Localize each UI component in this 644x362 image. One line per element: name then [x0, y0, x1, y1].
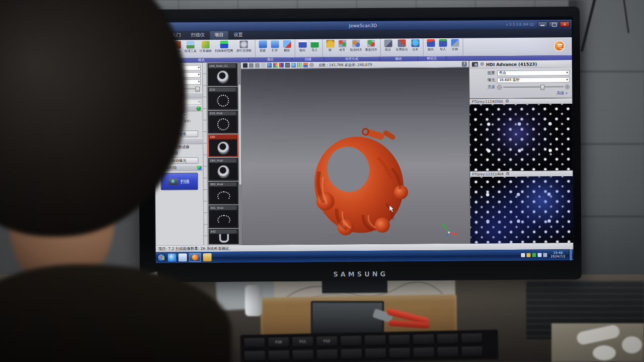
view-sphere-icon[interactable] [267, 63, 272, 67]
export-disk-icon [298, 40, 306, 48]
tape-roll [245, 285, 262, 316]
braided-ring-thumb [217, 141, 229, 154]
scan-item-selected[interactable]: 260 [208, 134, 238, 157]
scanner-settings-gear-icon[interactable]: ⚙ [480, 62, 484, 66]
rotate-icon[interactable] [249, 63, 254, 67]
new-project-button[interactable]: 新建 [257, 40, 269, 53]
scan-item[interactable]: 301_final [209, 205, 238, 228]
realign-button[interactable]: 重复对齐 [363, 40, 378, 52]
scan-item[interactable]: 300_final [209, 182, 238, 204]
camera1-gear-icon[interactable]: ⚙ [505, 99, 509, 104]
key [388, 334, 410, 345]
layers-icon[interactable] [303, 63, 308, 67]
ribbon-group-markers: 输出 导入 比例 [423, 38, 463, 57]
select-icon[interactable] [261, 63, 266, 67]
language-tray-icon[interactable] [521, 253, 525, 257]
scan-button[interactable]: 扫描 [160, 173, 198, 190]
network-tray-icon[interactable] [537, 253, 541, 257]
merge-button[interactable]: 合并 [409, 39, 421, 52]
brand-logo-icon [554, 40, 565, 51]
scan-thumb-image [209, 92, 236, 109]
scan-item[interactable]: 219 [208, 87, 237, 110]
texture-tools-button[interactable]: 纹理工具 [183, 41, 198, 53]
marker-scale-button[interactable]: 比例 [449, 39, 461, 52]
main-area: 生成 网格 对齐方式 无 清理 标准 网格密度 应用纹理捕获 纹理曝光 自动 [154, 60, 574, 246]
compute-edit-button[interactable]: 计算编辑 [198, 41, 213, 53]
security-tray-icon[interactable] [526, 253, 530, 257]
new-project-icon [259, 40, 267, 48]
unalign-icon [352, 40, 360, 47]
scan-item[interactable]: 342 [209, 229, 238, 244]
combine-button[interactable]: 组合 [382, 40, 394, 52]
import-scan-button[interactable]: 导入 [308, 40, 320, 53]
show-desktop-button[interactable] [569, 249, 572, 260]
minimize-button[interactable] [537, 21, 547, 27]
scan-item[interactable]: 219_final [208, 111, 238, 133]
volume-tray-icon[interactable] [543, 253, 547, 257]
marker-export-icon [427, 39, 435, 47]
export-scan-button[interactable]: 输出 [296, 40, 308, 53]
camera1-preview[interactable] [469, 104, 573, 171]
exposure-select[interactable]: 16.685 毫秒 [497, 77, 570, 83]
scan-item[interactable]: 260_final [208, 158, 238, 181]
probe-adjust-button[interactable]: 探针仪调整 [235, 40, 254, 53]
start-button[interactable] [157, 253, 166, 262]
lock-button[interactable]: 锁 [324, 40, 336, 52]
open-project-button[interactable]: 打开 [269, 40, 281, 53]
camera2-gear-icon[interactable]: ⚙ [506, 172, 510, 176]
help-button[interactable]: ? [462, 61, 467, 66]
brightness-minus-icon[interactable]: ⊖ [497, 85, 502, 90]
brightness-track[interactable] [503, 86, 564, 88]
antivirus-tray-icon[interactable] [532, 253, 536, 257]
delete-project-button[interactable]: 删除 [281, 40, 293, 53]
key [388, 347, 411, 358]
align-button[interactable]: 对齐 [336, 40, 348, 52]
scan-thumb-image [209, 139, 237, 156]
brightness-plus-icon[interactable]: ⊕ [565, 85, 570, 89]
advanced-link[interactable]: 高级 » [472, 90, 570, 97]
marker-export-button[interactable]: 输出 [425, 39, 437, 52]
tab-project[interactable]: 项目 [210, 31, 228, 40]
taskbar-clock[interactable]: 15:48 2024/7/2 [548, 251, 567, 258]
split-combine-button[interactable]: 分离组合 [394, 39, 409, 52]
texture-view-icon[interactable] [297, 63, 302, 67]
scan-app-taskbar-button[interactable] [189, 253, 201, 262]
key [437, 346, 459, 357]
group-label-merge: 融合 [380, 56, 418, 61]
key [460, 332, 482, 344]
wireframe-icon[interactable] [285, 63, 290, 67]
mouse-cursor [389, 205, 395, 213]
explorer-taskbar-icon[interactable] [179, 253, 187, 261]
button-label: 扫描体积范围 [215, 49, 233, 53]
scan-item[interactable]: 164_final_(1) [208, 63, 237, 86]
ring-3d-model[interactable] [296, 116, 423, 243]
viewport-3d[interactable] [241, 67, 470, 245]
clock-date: 2024/7/2 [550, 254, 565, 258]
pattern-select[interactable]: 焦点 [497, 70, 570, 76]
tab-settings[interactable]: 设置 [229, 31, 247, 40]
pan-icon[interactable] [243, 63, 248, 68]
key [436, 333, 458, 344]
close-button[interactable] [559, 21, 570, 27]
marker-import-button[interactable]: 导入 [437, 39, 449, 52]
maximize-button[interactable] [548, 21, 558, 27]
camera2-preview[interactable] [470, 176, 573, 243]
arc-thumb [217, 214, 230, 225]
folder-taskbar-icon[interactable] [203, 253, 212, 261]
scan-volume-button[interactable]: 扫描体积范围 [213, 41, 235, 53]
magnifier-icon[interactable] [309, 63, 314, 67]
button-label: 组合 [385, 48, 391, 52]
smooth-shade-icon[interactable] [291, 63, 296, 67]
unalign-button[interactable]: 取消对齐 [348, 40, 363, 52]
brightness-slider[interactable]: ⊖ ⊕ [497, 85, 570, 90]
merge-icon [411, 39, 419, 47]
color-wheel-icon[interactable] [273, 63, 278, 67]
stereo-icon[interactable] [279, 63, 284, 67]
group-label-scan: 扫描 [292, 57, 325, 61]
browser-taskbar-icon[interactable] [168, 254, 177, 262]
tab-scanner[interactable]: 扫描仪 [186, 31, 209, 40]
camera-icon [169, 178, 178, 185]
zoom-fit-icon[interactable] [255, 63, 260, 67]
scan-app-taskbar-icon [192, 254, 198, 260]
texture-tools-icon [187, 41, 195, 48]
